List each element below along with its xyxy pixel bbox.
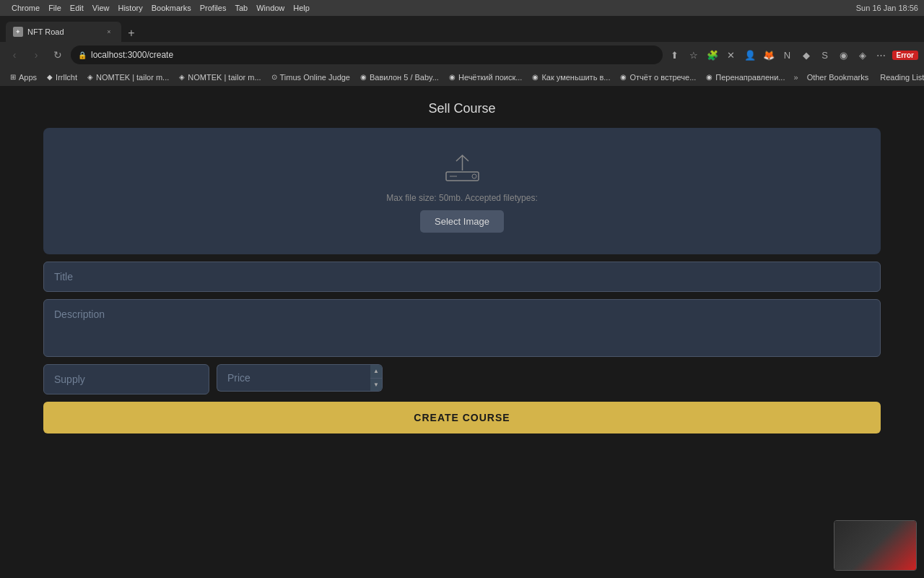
menu-window[interactable]: Window: [256, 4, 284, 12]
title-bar: Chrome File Edit View History Bookmarks …: [0, 0, 924, 16]
metamask-icon[interactable]: 🦊: [761, 47, 777, 63]
ext2-icon[interactable]: S: [817, 47, 833, 63]
page-title: Sell Course: [428, 101, 495, 116]
back-icon: ‹: [13, 49, 17, 61]
title-bar-right: Sun 16 Jan 18:56: [774, 4, 918, 12]
fuzzy-icon: ◉: [449, 73, 456, 81]
bookmark-redirect[interactable]: ◉ Перенаправлени...: [702, 72, 789, 83]
profile-icon[interactable]: 👤: [742, 47, 758, 63]
timus-icon: ⊙: [271, 73, 277, 81]
bookmark-star-icon[interactable]: ☆: [686, 47, 702, 63]
new-tab-button[interactable]: +: [123, 25, 140, 42]
address-bar[interactable]: 🔒 localhost:3000/create: [71, 46, 663, 64]
tab-title: NFT Road: [27, 27, 100, 36]
active-tab[interactable]: ✦ NFT Road ×: [6, 22, 121, 42]
supply-price-row: ▲ ▼: [43, 364, 881, 394]
menu-chrome[interactable]: Chrome: [12, 4, 40, 12]
report-icon: ◉: [620, 73, 627, 81]
lock-icon: 🔒: [78, 51, 87, 59]
upload-hint: Max file size: 50mb. Accepted filetypes:: [386, 193, 537, 203]
reading-list[interactable]: Reading List: [876, 72, 924, 83]
tab-bar: ✦ NFT Road × +: [0, 16, 924, 42]
bookmark-report-label: Отчёт о встрече...: [629, 73, 696, 82]
bookmark-babylon-label: Вавилон 5 / Baby...: [370, 73, 439, 82]
menu-history[interactable]: History: [118, 4, 142, 12]
browser-chrome: ✦ NFT Road × + ‹ › ↻ 🔒 localhost:3000/cr…: [0, 16, 924, 87]
bookmarks-bar: ⊞ Apps ◆ Irrllcht ◈ NOMTEK | tailor m...…: [0, 68, 924, 87]
thumbnail-preview: [834, 520, 917, 571]
menu-file[interactable]: File: [48, 4, 61, 12]
tab-favicon: ✦: [13, 27, 23, 37]
bookmark-nomtek2-label: NOMTEK | tailor m...: [188, 73, 261, 82]
x-icon[interactable]: ✕: [723, 47, 739, 63]
select-image-button[interactable]: Select Image: [420, 210, 504, 233]
upload-icon: [443, 152, 482, 184]
netflix-icon[interactable]: N: [780, 47, 796, 63]
bookmark-timus-label: Timus Online Judge: [280, 73, 350, 82]
irrllcht-icon: ◆: [47, 73, 53, 81]
bookmark-reduce[interactable]: ◉ Как уменьшить в...: [528, 72, 614, 83]
bookmark-fuzzy[interactable]: ◉ Нечёткий поиск...: [445, 72, 526, 83]
tab-close-button[interactable]: ×: [104, 27, 114, 37]
reading-list-label: Reading List: [880, 73, 924, 82]
apps-grid-icon: ⊞: [10, 73, 16, 81]
redirect-icon: ◉: [706, 73, 712, 81]
bookmark-redirect-label: Перенаправлени...: [715, 73, 785, 82]
bookmark-babylon[interactable]: ◉ Вавилон 5 / Baby...: [356, 72, 443, 83]
supply-input[interactable]: [43, 364, 209, 394]
create-course-button[interactable]: CREATE COURSE: [43, 402, 881, 434]
bookmark-apps-label: Apps: [19, 73, 37, 82]
other-bookmarks-label: Other Bookmarks: [807, 73, 869, 82]
bookmarks-right: Other Bookmarks Reading List: [803, 72, 924, 83]
bookmark-reduce-label: Как уменьшить в...: [541, 73, 610, 82]
error-badge[interactable]: Error: [892, 51, 918, 60]
price-increment-button[interactable]: ▲: [370, 365, 382, 378]
ext3-icon[interactable]: ◉: [836, 47, 852, 63]
bookmark-report[interactable]: ◉ Отчёт о встрече...: [616, 72, 700, 83]
bookmark-nomtek1-label: NOMTEK | tailor m...: [96, 73, 169, 82]
nomtek2-icon: ◈: [179, 73, 185, 81]
nav-bar: ‹ › ↻ 🔒 localhost:3000/create ⬆ ☆ 🧩 ✕ 👤 …: [0, 42, 924, 68]
forward-button[interactable]: ›: [27, 46, 45, 64]
more-icon[interactable]: ⋯: [873, 47, 889, 63]
menu-bookmarks[interactable]: Bookmarks: [152, 4, 191, 12]
bookmark-apps[interactable]: ⊞ Apps: [6, 72, 41, 83]
bookmarks-more-button[interactable]: »: [791, 72, 801, 83]
title-bar-left: Chrome File Edit View History Bookmarks …: [6, 4, 150, 12]
share-icon[interactable]: ⬆: [667, 47, 683, 63]
form-container: Max file size: 50mb. Accepted filetypes:…: [43, 128, 881, 434]
title-input[interactable]: [43, 262, 881, 292]
menu-view[interactable]: View: [92, 4, 110, 12]
description-input[interactable]: [43, 299, 881, 357]
menu-edit[interactable]: Edit: [70, 4, 84, 12]
reload-button[interactable]: ↻: [49, 46, 66, 64]
other-bookmarks[interactable]: Other Bookmarks: [803, 72, 873, 83]
nav-icons-right: ⬆ ☆ 🧩 ✕ 👤 🦊 N ◆ S ◉ ◈ ⋯ Error: [667, 47, 918, 63]
price-container: ▲ ▼: [217, 364, 383, 392]
datetime: Sun 16 Jan 18:56: [856, 4, 918, 12]
price-decrement-button[interactable]: ▼: [370, 379, 382, 392]
price-input[interactable]: [217, 364, 370, 392]
back-button[interactable]: ‹: [6, 46, 23, 64]
url-text: localhost:3000/create: [91, 50, 173, 60]
forward-icon: ›: [35, 49, 38, 61]
extensions-icon[interactable]: 🧩: [705, 47, 720, 63]
bookmark-fuzzy-label: Нечёткий поиск...: [458, 73, 522, 82]
reload-icon: ↻: [53, 49, 62, 61]
ext1-icon[interactable]: ◆: [798, 47, 814, 63]
menu-help[interactable]: Help: [293, 4, 310, 12]
bookmark-nomtek2[interactable]: ◈ NOMTEK | tailor m...: [175, 72, 265, 83]
reduce-icon: ◉: [532, 73, 539, 81]
bookmark-nomtek1[interactable]: ◈ NOMTEK | tailor m...: [83, 72, 173, 83]
menu-profiles[interactable]: Profiles: [200, 4, 227, 12]
menu-tab[interactable]: Tab: [235, 4, 248, 12]
bookmark-timus[interactable]: ⊙ Timus Online Judge: [267, 72, 354, 83]
upload-icon-container: [440, 150, 484, 186]
page-content: Sell Course Max file size: 50mb. Accepte…: [0, 87, 924, 578]
price-spinners: ▲ ▼: [370, 364, 383, 392]
bookmark-irrllcht-label: Irrllcht: [56, 73, 77, 82]
ext4-icon[interactable]: ◈: [855, 47, 871, 63]
babylon-icon: ◉: [360, 73, 367, 81]
bookmark-irrllcht[interactable]: ◆ Irrllcht: [43, 72, 82, 83]
nomtek1-icon: ◈: [87, 73, 93, 81]
